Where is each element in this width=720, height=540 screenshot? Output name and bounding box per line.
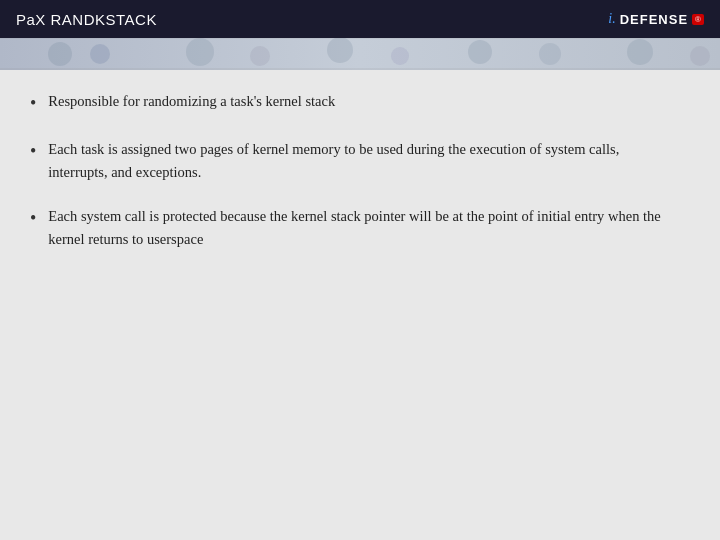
logo: i. DEFENSE ® [608, 11, 704, 27]
slide: PaX RANDKSTACK i. DEFENSE ® [0, 0, 720, 540]
svg-point-5 [391, 47, 409, 65]
bullet-dot-3: • [30, 206, 36, 231]
bullet-item-2: • Each task is assigned two pages of ker… [30, 138, 680, 183]
svg-point-9 [690, 46, 710, 66]
svg-point-8 [627, 39, 653, 65]
svg-point-7 [539, 43, 561, 65]
logo-defense: DEFENSE [620, 12, 688, 27]
decorative-banner [0, 38, 720, 70]
svg-point-3 [250, 46, 270, 66]
bullet-dot-2: • [30, 139, 36, 164]
svg-point-6 [468, 40, 492, 64]
bullet-item-1: • Responsible for randomizing a task's k… [30, 90, 680, 116]
svg-point-0 [48, 42, 72, 66]
svg-point-4 [327, 38, 353, 63]
svg-point-2 [186, 38, 214, 66]
bullet-text-1: Responsible for randomizing a task's ker… [48, 90, 335, 112]
bullet-dot-1: • [30, 91, 36, 116]
bullet-section-1: • Responsible for randomizing a task's k… [30, 90, 680, 116]
svg-point-1 [90, 44, 110, 64]
bullet-text-2: Each task is assigned two pages of kerne… [48, 138, 680, 183]
header-bar: PaX RANDKSTACK i. DEFENSE ® [0, 0, 720, 38]
logo-badge: ® [692, 14, 704, 25]
bullet-section-3: • Each system call is protected because … [30, 205, 680, 250]
content-area: • Responsible for randomizing a task's k… [0, 70, 720, 540]
bullet-text-3: Each system call is protected because th… [48, 205, 680, 250]
bullet-section-2: • Each task is assigned two pages of ker… [30, 138, 680, 183]
slide-title: PaX RANDKSTACK [16, 11, 157, 28]
dot-pattern-svg [0, 38, 720, 70]
logo-i: i. [608, 11, 615, 27]
bullet-item-3: • Each system call is protected because … [30, 205, 680, 250]
